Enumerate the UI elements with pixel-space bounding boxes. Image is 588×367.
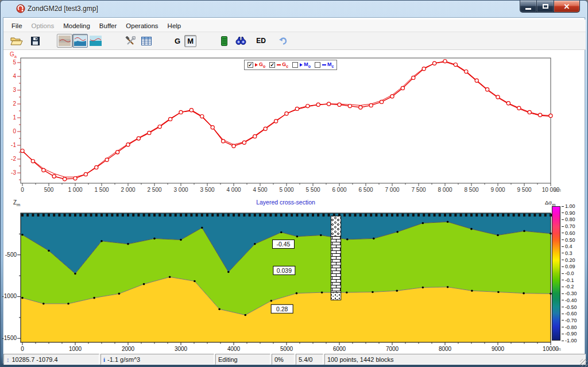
- legend-label: Go: [259, 61, 265, 68]
- legend-checkbox-gc[interactable]: ✓: [269, 62, 275, 68]
- legend-label: Mo: [304, 61, 311, 68]
- svg-text:Xm: Xm: [554, 187, 561, 193]
- svg-text:2 500: 2 500: [147, 187, 161, 193]
- window-title: ZondGM2d [test3.gmp]: [28, 5, 98, 13]
- svg-text:4 000: 4 000: [226, 187, 241, 193]
- svg-text:8 500: 8 500: [464, 187, 478, 193]
- svg-text:-1500: -1500: [2, 335, 17, 341]
- legend-label: Mc: [327, 61, 334, 68]
- status-cell-4: 5.4/0: [296, 354, 323, 365]
- section-view-icon: [74, 36, 86, 46]
- legend-checkbox-mo[interactable]: [292, 62, 298, 68]
- svg-text:-2: -2: [11, 156, 16, 162]
- svg-text:2 000: 2 000: [121, 187, 135, 193]
- menu-file[interactable]: File: [7, 21, 27, 31]
- colorbar-tick: -0.0: [562, 271, 574, 276]
- combined-view-icon: [90, 36, 102, 46]
- menu-buffer[interactable]: Buffer: [95, 21, 121, 31]
- parameters-button[interactable]: [221, 36, 227, 46]
- svg-text:4000: 4000: [227, 346, 241, 352]
- floppy-disk-icon: [31, 37, 40, 45]
- legend-checkbox-go[interactable]: ✓: [247, 62, 253, 68]
- ed-button[interactable]: ED: [256, 37, 266, 45]
- svg-text:9 500: 9 500: [517, 187, 531, 193]
- colorbar-tick: 0.20: [562, 257, 575, 263]
- colorbar-tick: -0.50: [562, 304, 577, 310]
- svg-text:0: 0: [21, 346, 24, 352]
- svg-text:0.039: 0.039: [277, 267, 292, 274]
- svg-text:4 500: 4 500: [253, 187, 267, 193]
- colorbar-tick: 0.50: [562, 237, 575, 243]
- search-extrema-button[interactable]: [235, 36, 246, 45]
- svg-text:0.28: 0.28: [276, 306, 288, 312]
- svg-text:9000: 9000: [492, 346, 505, 352]
- menu-bar: FileOptionsModelingBufferOperationsHelp: [3, 20, 586, 32]
- svg-text:1: 1: [13, 114, 16, 121]
- legend-item-mc: Mc: [315, 61, 334, 68]
- table-button[interactable]: [141, 37, 152, 45]
- resize-grip[interactable]: [580, 359, 587, 366]
- menu-operations[interactable]: Operations: [121, 21, 163, 31]
- svg-text:-1: -1: [11, 142, 16, 148]
- svg-text:9 000: 9 000: [490, 187, 505, 193]
- density-colorbar[interactable]: [552, 206, 560, 341]
- colorbar-tick: 0.90: [562, 210, 575, 216]
- status-text: 10285.7 -1079.4: [12, 356, 58, 363]
- colorbar-tick: -0.90: [562, 331, 577, 337]
- svg-text:0: 0: [21, 187, 24, 193]
- svg-text:1 500: 1 500: [94, 187, 109, 193]
- model-view-icon: [59, 36, 71, 46]
- view-model-button[interactable]: [57, 34, 72, 48]
- menu-modeling[interactable]: Modeling: [59, 21, 95, 31]
- legend-item-gc: ✓Gc: [269, 61, 288, 68]
- maximize-button[interactable]: [537, 1, 554, 13]
- svg-text:2: 2: [13, 101, 16, 107]
- colorbar-tick: 0.3: [562, 250, 572, 256]
- status-cell-0: ↕10285.7 -1079.4: [3, 354, 99, 365]
- magnetic-mode-button[interactable]: M: [184, 35, 196, 47]
- cross-section-chart[interactable]: -0.450.0390.28-500-1000-1500010002000300…: [1, 207, 583, 354]
- minimize-icon: [525, 8, 531, 10]
- svg-text:3 500: 3 500: [200, 187, 214, 193]
- chart-legend: ✓Go✓GcMoMc: [244, 60, 337, 70]
- app-icon: [16, 4, 25, 13]
- svg-text:-1000: -1000: [2, 293, 17, 299]
- menu-options: Options: [27, 21, 59, 31]
- svg-text:8 000: 8 000: [438, 187, 452, 193]
- colorbar-tick: -0.60: [562, 311, 577, 316]
- svg-text:1000: 1000: [69, 346, 82, 352]
- open-file-button[interactable]: [10, 36, 23, 46]
- dash-marker-icon: [322, 64, 326, 65]
- legend-checkbox-mc[interactable]: [315, 62, 320, 68]
- svg-text:5 500: 5 500: [305, 187, 320, 193]
- colorbar-tick: -0.40: [562, 298, 577, 303]
- status-text: 0%: [274, 356, 284, 363]
- tools-button[interactable]: [125, 36, 136, 46]
- tools-icon: [125, 36, 136, 46]
- svg-text:3 000: 3 000: [173, 187, 188, 193]
- menu-help[interactable]: Help: [163, 21, 186, 31]
- svg-text:500: 500: [44, 187, 54, 193]
- status-cell-3: 0%: [272, 354, 295, 365]
- gravity-chart[interactable]: 543210-1-2-305001 0001 5002 0002 5003 00…: [1, 50, 583, 199]
- minimize-button[interactable]: [520, 1, 537, 13]
- svg-text:Xm: Xm: [554, 346, 561, 352]
- colorbar-tick: -0.1: [562, 277, 574, 283]
- svg-text:-0.45: -0.45: [277, 241, 291, 248]
- undo-button[interactable]: [278, 37, 288, 45]
- save-button[interactable]: [31, 37, 40, 45]
- status-text: Editing: [218, 356, 238, 363]
- colorbar-tick: 0.4: [562, 244, 572, 249]
- table-grid-icon: [141, 37, 152, 45]
- title-bar[interactable]: ZondGM2d [test3.gmp] ✕: [1, 1, 587, 17]
- close-button[interactable]: ✕: [554, 1, 580, 13]
- battery-icon: [221, 36, 227, 46]
- view-combined-button[interactable]: [88, 34, 103, 48]
- colorbar-tick: 0.60: [562, 230, 575, 236]
- status-cell-2: Editing: [215, 354, 270, 365]
- gravity-mode-button[interactable]: G: [175, 37, 180, 45]
- colorbar-tick: -0.80: [562, 324, 577, 330]
- view-section-button[interactable]: [72, 34, 88, 48]
- status-cell-5: 100 points, 1442 blocks: [324, 354, 586, 365]
- colorbar-tick: 1.00: [562, 203, 575, 209]
